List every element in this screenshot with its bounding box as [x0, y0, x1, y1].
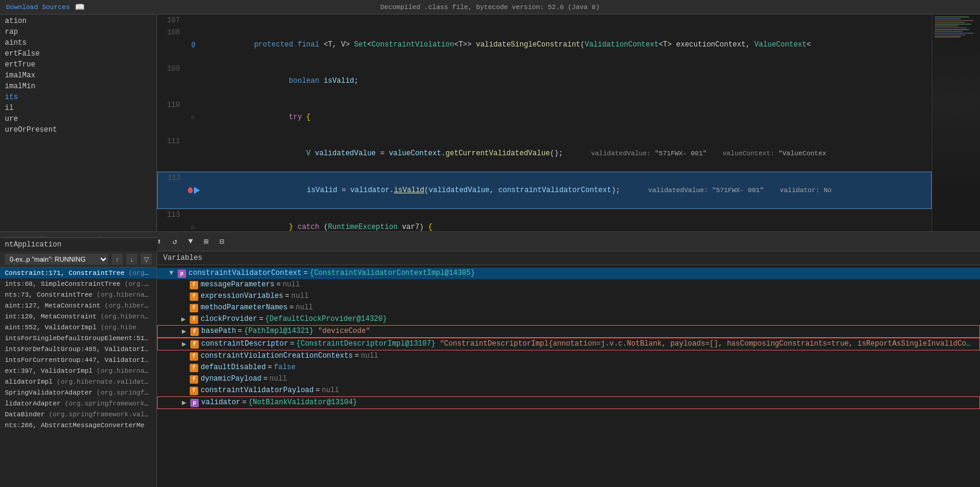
stack-frame-14[interactable]: nts:266, AbstractMessageConverterMe — [0, 420, 156, 431]
sidebar-item-8[interactable]: il — [0, 103, 156, 114]
stack-frame-3[interactable]: aint:127, MetaConstraint (org.hiberna — [0, 300, 156, 311]
line-num-110: 110 — [157, 99, 187, 135]
top-bar: Decompiled .class file, bytecode version… — [0, 0, 980, 15]
stack-frame-11[interactable]: SpringValidatorAdapter (org.springfra — [0, 387, 156, 398]
sidebar-item-3[interactable]: ertFalse — [0, 48, 156, 59]
var-icon-8: f — [190, 364, 198, 372]
toolbar-refresh-btn[interactable]: ↺ — [168, 235, 181, 248]
sidebar-item-10[interactable]: ureOrPresent — [0, 124, 156, 135]
var-value-11: {NotBlankValidator@13104} — [248, 398, 357, 407]
var-name-0: constraintValidatorContext — [189, 269, 301, 277]
download-sources-link[interactable]: Download Sources — [6, 4, 70, 11]
code-line-111: 111 V validatedValue = valueContext.getC… — [157, 135, 932, 172]
var-item-constraintValidatorPayload[interactable]: f constraintValidatorPayload = null — [157, 385, 980, 396]
editor-area: ation rap aints ertFalse ertTrue imalMax… — [0, 15, 980, 232]
line-content-109: boolean isValid; — [199, 63, 932, 99]
var-item-constraintViolationCreationContexts[interactable]: f constraintViolationCreationContexts = … — [157, 350, 980, 362]
variables-content[interactable]: ▼ p constraintValidatorContext = {Constr… — [157, 265, 980, 487]
var-value-0: {ConstraintValidatorContextImpl@14305} — [309, 269, 475, 277]
line-gutter-113: ▷ — [187, 209, 199, 231]
sidebar-item-4[interactable]: ertTrue — [0, 59, 156, 70]
fold-icon-110: ▷ — [192, 114, 195, 121]
var-icon-5: f — [190, 327, 199, 336]
var-icon-9: f — [190, 375, 198, 384]
toolbar-layout-btn[interactable]: ⊟ — [215, 235, 228, 248]
stack-frame-7[interactable]: intsForDefaultGroup:485, ValidatorImp — [0, 344, 156, 355]
stack-filter-btn[interactable]: ▽ — [141, 254, 152, 265]
stack-frame-10[interactable]: alidatorImpl (org.hibernate.validator — [0, 376, 156, 387]
stack-frame-0[interactable]: Constraint:171, ConstraintTree (org.hi — [0, 268, 156, 279]
var-item-methodParameterNames[interactable]: f methodParameterNames = null — [157, 302, 980, 314]
stack-frame-2[interactable]: nts:73, ConstraintTree (org.hibernate — [0, 289, 156, 300]
var-item-constraintDescriptor[interactable]: ▶ f constraintDescriptor = {ConstraintDe… — [157, 338, 980, 350]
line-content-108: protected final <T, V> Set<ConstraintVio… — [199, 27, 932, 63]
var-expand-11[interactable]: ▶ — [182, 398, 189, 407]
fold-icon-113: ▷ — [192, 224, 195, 231]
var-value-6: {ConstraintDescriptorImpl@13107} "Constr… — [296, 340, 973, 348]
sidebar-item-9[interactable]: ure — [0, 114, 156, 124]
code-line-110: 110 ▷ try { — [157, 99, 932, 135]
stack-dropdown[interactable]: 0-ex..p "main": RUNNING — [5, 254, 108, 265]
var-expand-0[interactable]: ▼ — [169, 269, 176, 277]
stack-frame-5[interactable]: aint:552, ValidatorImpl (org.hibe — [0, 322, 156, 333]
code-line-113: 113 ▷ } catch (RuntimeException var7) { — [157, 209, 932, 231]
var-name-2: expressionVariables — [201, 292, 283, 300]
var-item-messageParameters[interactable]: f messageParameters = null — [157, 279, 980, 291]
var-icon-4: f — [190, 315, 198, 324]
var-icon-6: f — [190, 340, 199, 349]
line-num-113: 113 — [157, 209, 187, 231]
sidebar-item-0[interactable]: ation — [0, 16, 156, 27]
var-name-1: messageParameters — [201, 280, 274, 289]
line-content-111: V validatedValue = valueContext.getCurre… — [199, 135, 932, 172]
var-item-basePath[interactable]: ▶ f basePath = {PathImpl@14321} "deviceC… — [157, 325, 980, 338]
var-value-4: {DefaultClockProvider@14320} — [265, 315, 387, 323]
line-gutter-107 — [187, 15, 199, 27]
debug-arrow-112 — [194, 187, 200, 194]
stack-frame-6[interactable]: intsForSingleDefaultGroupElement:515, — [0, 333, 156, 344]
sidebar-item-5[interactable]: imalMax — [0, 70, 156, 81]
stack-frame-13[interactable]: DataBinder (org.springframework.valid — [0, 409, 156, 420]
var-item-expressionVariables[interactable]: f expressionVariables = null — [157, 291, 980, 302]
line-content-107 — [199, 15, 932, 27]
var-value-5: {PathImpl@14321} "deviceCode" — [244, 327, 370, 335]
sidebar-item-7[interactable]: its — [0, 92, 156, 103]
stack-frame-12[interactable]: lidatorAdapter (org.springframework.b — [0, 398, 156, 409]
sidebar: ation rap aints ertFalse ertTrue imalMax… — [0, 15, 157, 231]
stack-up-btn[interactable]: ↑ — [112, 254, 123, 265]
sidebar-item-6[interactable]: imalMin — [0, 81, 156, 92]
var-expand-6[interactable]: ▶ — [182, 340, 189, 349]
sidebar-item-2[interactable]: aints — [0, 37, 156, 48]
stack-frame-1[interactable]: ints:68, SimpleConstraintTree (org.hi — [0, 279, 156, 289]
var-icon-10: f — [190, 387, 198, 395]
toolbar-filter-btn[interactable]: ▼ — [184, 235, 197, 248]
sidebar-item-1[interactable]: rap — [0, 27, 156, 37]
code-line-107: 107 — [157, 15, 932, 27]
var-expand-2 — [181, 292, 189, 300]
file-title: Decompiled .class file, bytecode version… — [380, 4, 599, 11]
stack-frame-4[interactable]: int:120, MetaConstraint (org.hibernat — [0, 311, 156, 322]
var-icon-3: f — [190, 304, 198, 312]
var-icon-2: f — [190, 292, 198, 301]
var-expand-4[interactable]: ▶ — [181, 315, 189, 324]
line-gutter-110: ▷ — [187, 99, 199, 135]
stack-frame-9[interactable]: ext:397, ValidatorImpl (org.hibernate — [0, 366, 156, 376]
var-name-10: constraintValidatorPayload — [201, 386, 314, 395]
var-item-clockProvider[interactable]: ▶ f clockProvider = {DefaultClockProvide… — [157, 314, 980, 325]
var-item-constraintValidatorContext[interactable]: ▼ p constraintValidatorContext = {Constr… — [157, 268, 980, 279]
var-item-validator[interactable]: ▶ p validator = {NotBlankValidator@13104… — [157, 396, 980, 409]
toolbar-table-btn[interactable]: ⊞ — [199, 235, 213, 248]
line-num-111: 111 — [157, 135, 187, 172]
var-item-dynamicPayload[interactable]: f dynamicPayload = null — [157, 373, 980, 385]
stack-down-btn[interactable]: ↓ — [126, 254, 137, 265]
stack-frame-8[interactable]: intsForCurrentGroup:447, ValidatorImp — [0, 355, 156, 366]
line-content-112: isValid = validator.isValid(validatedVal… — [200, 172, 931, 208]
var-value-8: false — [274, 363, 295, 372]
var-expand-5[interactable]: ▶ — [182, 327, 189, 336]
line-content-110: try { — [199, 99, 932, 135]
code-panel[interactable]: 107 108 @ protected final <T, V> Set<Con… — [157, 15, 932, 231]
code-lines: 107 108 @ protected final <T, V> Set<Con… — [157, 15, 932, 231]
var-item-defaultDisabled[interactable]: f defaultDisabled = false — [157, 362, 980, 373]
var-name-3: methodParameterNames — [201, 303, 288, 312]
var-name-7: constraintViolationCreationContexts — [201, 352, 353, 360]
var-value-2: null — [291, 292, 309, 300]
